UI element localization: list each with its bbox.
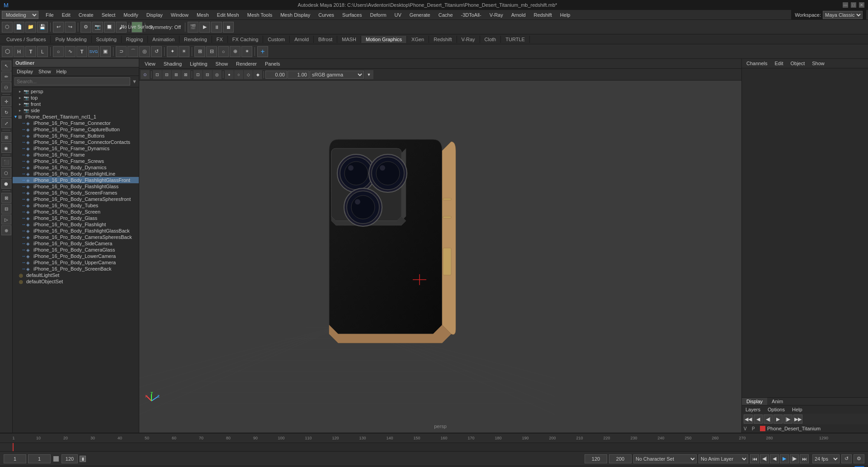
- layers-btn[interactable]: Layers: [744, 406, 762, 413]
- tb2-deform3[interactable]: ◎: [139, 46, 150, 57]
- tb2-curve[interactable]: ∿: [65, 46, 75, 57]
- tool-redo[interactable]: ↪: [65, 22, 75, 33]
- anim-layer-select[interactable]: No Anim Layer: [698, 454, 748, 463]
- lt-lasso-tool[interactable]: ⚇: [1, 82, 11, 92]
- color-space-select[interactable]: sRGB gamma: [310, 71, 364, 79]
- menu-help[interactable]: Help: [557, 11, 574, 19]
- outliner-item-lower-camera[interactable]: ↔ ◈ iPhone_16_Pro_Body_LowerCamera: [13, 253, 139, 259]
- vp-cam-btn2[interactable]: ⊟: [162, 70, 171, 79]
- outliner-item-frame-dynamics[interactable]: ↔ ◈ iPhone_16_Pro_Frame_Dynamics: [13, 145, 139, 152]
- outliner-item-flashlight[interactable]: ↔ ◈ iPhone_16_Pro_Body_Flashlight: [13, 221, 139, 228]
- outliner-item-side-camera[interactable]: ↔ ◈ iPhone_16_Pro_Body_SideCamera: [13, 240, 139, 247]
- menu-mesh-tools[interactable]: Mesh Tools: [244, 11, 276, 19]
- gamma-field[interactable]: [288, 71, 309, 79]
- tool-open[interactable]: 📁: [25, 22, 36, 33]
- outliner-item-front[interactable]: ▸ 📷 front: [13, 101, 139, 107]
- tab-poly-modeling[interactable]: Poly Modeling: [51, 36, 91, 43]
- menu-create[interactable]: Create: [75, 11, 97, 19]
- vp-menu-view[interactable]: View: [141, 60, 159, 67]
- options-btn[interactable]: Options: [766, 406, 787, 413]
- outliner-item-tubes[interactable]: ↔ ◈ iPhone_16_Pro_Body_Tubes: [13, 202, 139, 209]
- pb-go-start[interactable]: ⏮: [750, 454, 759, 463]
- menu-window[interactable]: Window: [167, 11, 192, 19]
- tool-render-btn1[interactable]: 🎬: [188, 22, 198, 33]
- object-tab[interactable]: Object: [788, 60, 807, 67]
- loop-btn[interactable]: ↺: [841, 454, 852, 463]
- tool-transform[interactable]: ⚙: [80, 22, 91, 33]
- outliner-item-flashlight-line[interactable]: ↔ ◈ iPhone_16_Pro_Body_FlashlightLine: [13, 171, 139, 177]
- pb-step-fwd[interactable]: |▶: [790, 454, 799, 463]
- outliner-item-persp[interactable]: ▸ 📷 persp: [13, 88, 139, 95]
- menu-modify[interactable]: Modify: [120, 11, 142, 19]
- menu-deform[interactable]: Deform: [366, 11, 390, 19]
- tool-render-btn2[interactable]: ▶: [199, 22, 210, 33]
- window-controls[interactable]: — □ ✕: [843, 2, 864, 8]
- lt-connect[interactable]: ⊟: [1, 204, 11, 214]
- vp-menu-shading[interactable]: Shading: [160, 60, 185, 67]
- lt-snap-tool[interactable]: ⊞: [1, 132, 11, 142]
- menu-edit-mesh[interactable]: Edit Mesh: [213, 11, 243, 19]
- tb2-light2[interactable]: ☀: [179, 46, 189, 57]
- vp-menu-lighting[interactable]: Lighting: [186, 60, 211, 67]
- tab-curves-surfaces[interactable]: Curves / Surfaces: [2, 36, 51, 43]
- vp-menu-show[interactable]: Show: [212, 60, 232, 67]
- outliner-item-upper-camera[interactable]: ↔ ◈ iPhone_16_Pro_Body_UpperCamera: [13, 259, 139, 266]
- outliner-item-default-light-set[interactable]: ◎ defaultLightSet: [13, 272, 139, 278]
- menu-generate[interactable]: Generate: [406, 11, 434, 19]
- vp-menu-panels[interactable]: Panels: [261, 60, 284, 67]
- lt-rotate-tool[interactable]: ↻: [1, 107, 11, 117]
- outliner-menu-show[interactable]: Show: [36, 68, 53, 75]
- menu-arnold[interactable]: Arnold: [508, 11, 529, 19]
- minimize-button[interactable]: —: [843, 2, 848, 8]
- menu-edit[interactable]: Edit: [58, 11, 74, 19]
- tb2-plus[interactable]: +: [257, 46, 268, 57]
- workspace-dropdown[interactable]: Maya Classic: [823, 11, 863, 19]
- tb2-grid4[interactable]: ⊕: [230, 46, 241, 57]
- tb2-sphere[interactable]: ○: [53, 46, 64, 57]
- tb2-type[interactable]: T: [76, 46, 87, 57]
- outliner-item-screen[interactable]: ↔ ◈ iPhone_16_Pro_Body_Screen: [13, 209, 139, 215]
- menu-redshift[interactable]: Redshift: [530, 11, 556, 19]
- outliner-item-default-object-set[interactable]: ◎ defaultObjectSet: [13, 278, 139, 285]
- range-end-field[interactable]: [61, 454, 78, 463]
- current-frame-field[interactable]: [28, 454, 51, 463]
- outliner-item-body-dynamics[interactable]: ↔ ◈ iPhone_16_Pro_Body_Dynamics: [13, 164, 139, 171]
- prefs-btn[interactable]: ⚙: [854, 454, 864, 463]
- tool-render-btn4[interactable]: ⏹: [223, 22, 234, 33]
- layer-ctrl-3[interactable]: ◀|: [764, 415, 773, 424]
- outliner-menu-display[interactable]: Display: [14, 68, 35, 75]
- tb2-deform2[interactable]: ⌒: [127, 46, 138, 57]
- pb-play-fwd[interactable]: ▶: [780, 454, 789, 463]
- tb2-box[interactable]: ▣: [100, 46, 111, 57]
- viewport-3d[interactable]: Z X Y persp: [139, 81, 741, 433]
- lt-move-tool[interactable]: ✛: [1, 96, 11, 106]
- outliner-item-screen-frames[interactable]: ↔ ◈ iPhone_16_Pro_Body_ScreenFrames: [13, 190, 139, 196]
- tool-select[interactable]: ⬡: [2, 22, 13, 33]
- frame-start-field[interactable]: [4, 454, 26, 463]
- outliner-item-frame-screws[interactable]: ↔ ◈ iPhone_16_Pro_Frame_Screws: [13, 158, 139, 164]
- vp-menu-renderer[interactable]: Renderer: [232, 60, 260, 67]
- pb-step-back[interactable]: ◀|: [760, 454, 769, 463]
- vp-colorspace-expand[interactable]: ▼: [364, 70, 373, 79]
- outliner-item-flashlight-glass-back[interactable]: ↔ ◈ iPhone_16_Pro_Body_FlashlightGlassBa…: [13, 228, 139, 234]
- display-tab[interactable]: Display: [742, 398, 767, 405]
- outliner-item-camera-spheres-front[interactable]: ↔ ◈ iPhone_16_Pro_Body_CameraSpheresfron…: [13, 196, 139, 202]
- outliner-item-glass[interactable]: ↔ ◈ iPhone_16_Pro_Body_Glass: [13, 215, 139, 221]
- close-button[interactable]: ✕: [859, 2, 864, 8]
- edit-tab[interactable]: Edit: [773, 60, 785, 67]
- tab-vray[interactable]: V-Ray: [457, 36, 480, 43]
- tb2-grid3[interactable]: ○: [218, 46, 229, 57]
- vp-display1[interactable]: ●: [225, 70, 234, 79]
- layer-ctrl-6[interactable]: ▶▶: [793, 415, 802, 424]
- tab-redshift[interactable]: Redshift: [429, 36, 457, 43]
- tb2-deform1[interactable]: ⊃: [116, 46, 127, 57]
- tb2-grid1[interactable]: ⊞: [194, 46, 205, 57]
- menu-curves[interactable]: Curves: [315, 11, 338, 19]
- maximize-button[interactable]: □: [851, 2, 856, 8]
- menu-vray[interactable]: V-Ray: [486, 11, 507, 19]
- menu-surfaces[interactable]: Surfaces: [339, 11, 365, 19]
- lt-anim[interactable]: ▷: [1, 214, 11, 224]
- menu-mesh[interactable]: Mesh: [193, 11, 212, 19]
- menu-mesh-display[interactable]: Mesh Display: [277, 11, 314, 19]
- lt-extrude[interactable]: ⬛: [1, 157, 11, 167]
